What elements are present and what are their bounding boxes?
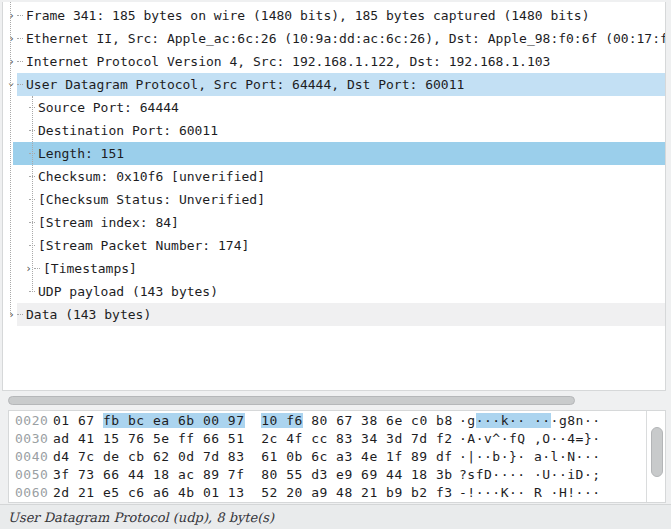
packet-detail-label: Checksum: 0x10f6 [unverified] [35,169,265,184]
status-bar: User Datagram Protocol (udp), 8 byte(s) [0,504,671,529]
packet-detail-row[interactable]: ›Data (143 bytes) [3,303,665,326]
packet-detail-row[interactable]: Length: 151 [3,142,665,165]
packet-detail-label: Source Port: 64444 [35,100,179,115]
packet-detail-label: Internet Protocol Version 4, Src: 192.16… [23,54,550,69]
packet-detail-label: Destination Port: 60011 [35,123,218,138]
packet-detail-label: Data (143 bytes) [23,307,151,322]
status-field-info: User Datagram Protocol (udp), 8 byte(s) [0,510,274,525]
hex-bytes-plain[interactable]: 01 67 [53,413,103,428]
packet-detail-row[interactable]: ›Ethernet II, Src: Apple_ac:6c:26 (10:9a… [3,27,665,50]
packet-detail-label: [Stream Packet Number: 174] [35,238,249,253]
packet-detail-label: [Checksum Status: Unverified] [35,192,265,207]
packet-detail-label: Ethernet II, Src: Apple_ac:6c:26 (10:9a:… [23,31,666,46]
hex-row[interactable]: 00602d 21 e5 c6 a6 4b 01 13 52 20 a9 48 … [9,484,665,502]
packet-detail-row[interactable]: ›Frame 341: 185 bytes on wire (1480 bits… [3,4,665,27]
packet-detail-row[interactable]: Checksum: 0x10f6 [unverified] [3,165,665,188]
hex-bytes-plain[interactable]: d4 7c de cb 62 0d 7d 83 61 0b 6c a3 4e 1… [53,449,453,464]
packet-detail-row[interactable]: [Checksum Status: Unverified] [3,188,665,211]
hex-ascii-plain[interactable]: -!···K·· R ·H!··· [459,485,601,500]
expand-chevron-icon[interactable]: › [6,10,17,21]
hex-bytes-plain[interactable] [245,413,262,428]
packet-detail-label: [Stream index: 84] [35,215,179,230]
hex-bytes[interactable]: 01 67 fb bc ea 6b 00 97 10 f6 80 67 38 6… [53,413,453,428]
packet-detail-label: User Datagram Protocol, Src Port: 64444,… [23,77,464,92]
tree-guide-line-udp-children [32,96,33,292]
hex-offset: 0030 [15,431,48,446]
packet-detail-label: UDP payload (143 bytes) [35,284,218,299]
collapse-chevron-icon[interactable]: › [6,79,17,90]
hex-ascii-plain[interactable]: ·g8n·· [551,413,601,428]
hex-row[interactable]: 002001 67 fb bc ea 6b 00 97 10 f6 80 67 … [9,412,665,430]
vertical-scrollbar-thumb[interactable] [651,427,663,477]
hex-bytes-plain[interactable]: 3f 73 66 44 18 ac 89 7f 80 55 d3 e9 69 4… [53,467,453,482]
hex-row[interactable]: 0040d4 7c de cb 62 0d 7d 83 61 0b 6c a3 … [9,448,665,466]
hex-ascii-plain[interactable]: ·g [459,413,476,428]
expand-chevron-icon[interactable]: › [6,33,17,44]
hex-pane-separator [646,411,647,502]
expand-chevron-icon[interactable]: › [6,56,17,67]
hex-ascii-highlighted[interactable]: ···k·· ·· [476,413,551,428]
hex-row[interactable]: 00503f 73 66 44 18 ac 89 7f 80 55 d3 e9 … [9,466,665,484]
expand-chevron-icon[interactable]: › [6,309,17,320]
hex-ascii[interactable]: -!···K·· R ·H!··· [459,485,601,500]
hex-offset: 0060 [15,485,48,500]
hex-bytes-plain[interactable]: 2d 21 e5 c6 a6 4b 01 13 52 20 a9 48 21 b… [53,485,453,500]
packet-details-pane: ›Frame 341: 185 bytes on wire (1480 bits… [2,2,666,391]
packet-detail-row[interactable]: Destination Port: 60011 [3,119,665,142]
hex-bytes[interactable]: 2d 21 e5 c6 a6 4b 01 13 52 20 a9 48 21 b… [53,485,453,500]
packet-detail-row[interactable]: Source Port: 64444 [3,96,665,119]
packet-detail-label: [Timestamps] [40,261,137,276]
packet-detail-label: Frame 341: 185 bytes on wire (1480 bits)… [23,8,590,23]
packet-bytes-pane: 002001 67 fb bc ea 6b 00 97 10 f6 80 67 … [8,410,666,503]
packet-detail-row[interactable]: [Stream Packet Number: 174] [3,234,665,257]
hex-ascii[interactable]: ·|··b·}· a·l·N··· [459,449,601,464]
hex-ascii-plain[interactable]: ?sfD···· ·U··iD·; [459,467,601,482]
hex-bytes-plain[interactable]: ad 41 15 76 5e ff 66 51 2c 4f cc 83 34 3… [53,431,453,446]
hex-bytes-plain[interactable]: 80 67 38 6e c0 b8 [303,413,453,428]
packet-detail-row[interactable]: UDP payload (143 bytes) [3,280,665,303]
hex-ascii[interactable]: ·A·v^·fQ ,O··4=}· [459,431,601,446]
hex-ascii[interactable]: ?sfD···· ·U··iD·; [459,467,601,482]
wireshark-window: { "colors": { "selected_row": "#c3e0f4",… [0,0,671,529]
hex-bytes[interactable]: ad 41 15 76 5e ff 66 51 2c 4f cc 83 34 3… [53,431,453,446]
packet-detail-label: Length: 151 [35,146,124,161]
packet-detail-row[interactable]: [Stream index: 84] [3,211,665,234]
hex-dump: 002001 67 fb bc ea 6b 00 97 10 f6 80 67 … [9,411,665,502]
hex-ascii[interactable]: ·g···k·· ···g8n·· [459,413,601,428]
hex-bytes-highlighted[interactable]: 10 f6 [261,413,303,428]
hex-offset: 0050 [15,467,48,482]
packet-detail-tree: ›Frame 341: 185 bytes on wire (1480 bits… [3,2,665,326]
hex-offset: 0020 [15,413,48,428]
hex-ascii-plain[interactable]: ·A·v^·fQ ,O··4=}· [459,431,601,446]
packet-detail-row[interactable]: ›User Datagram Protocol, Src Port: 64444… [3,73,665,96]
horizontal-scrollbar-thumb[interactable] [8,396,575,405]
hex-bytes-highlighted[interactable]: fb bc ea 6b 00 97 [103,413,245,428]
hex-row[interactable]: 0030ad 41 15 76 5e ff 66 51 2c 4f cc 83 … [9,430,665,448]
hex-bytes[interactable]: 3f 73 66 44 18 ac 89 7f 80 55 d3 e9 69 4… [53,467,453,482]
packet-detail-row[interactable]: ›Internet Protocol Version 4, Src: 192.1… [3,50,665,73]
tree-guide-line-root [10,2,11,315]
hex-offset: 0040 [15,449,48,464]
packet-detail-row[interactable]: ›[Timestamps] [3,257,665,280]
hex-bytes[interactable]: d4 7c de cb 62 0d 7d 83 61 0b 6c a3 4e 1… [53,449,453,464]
hex-ascii-plain[interactable]: ·|··b·}· a·l·N··· [459,449,601,464]
